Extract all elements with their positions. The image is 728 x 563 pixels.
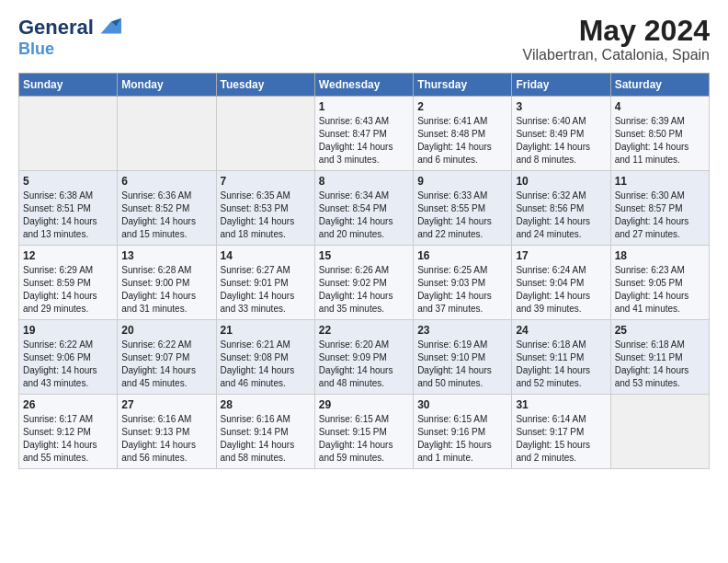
logo-blue-text: Blue xyxy=(18,40,121,57)
day-cell: 4Sunrise: 6:39 AM Sunset: 8:50 PM Daylig… xyxy=(610,97,709,171)
title-block: May 2024 Vilabertran, Catalonia, Spain xyxy=(523,15,710,63)
day-cell: 2Sunrise: 6:41 AM Sunset: 8:48 PM Daylig… xyxy=(414,97,512,171)
day-info: Sunrise: 6:23 AM Sunset: 9:05 PM Dayligh… xyxy=(615,264,705,316)
page: General Blue May 2024 Vilabertran, Catal… xyxy=(0,0,728,484)
day-cell xyxy=(19,97,118,171)
day-number: 13 xyxy=(121,249,211,262)
day-cell: 9Sunrise: 6:33 AM Sunset: 8:55 PM Daylig… xyxy=(414,171,512,246)
day-number: 21 xyxy=(221,324,311,337)
day-number: 16 xyxy=(417,249,507,262)
day-info: Sunrise: 6:21 AM Sunset: 9:08 PM Dayligh… xyxy=(221,339,311,390)
day-cell: 27Sunrise: 6:16 AM Sunset: 9:13 PM Dayli… xyxy=(118,395,216,469)
day-number: 22 xyxy=(319,324,409,337)
week-row-5: 26Sunrise: 6:17 AM Sunset: 9:12 PM Dayli… xyxy=(19,395,710,469)
day-cell: 12Sunrise: 6:29 AM Sunset: 8:59 PM Dayli… xyxy=(19,246,118,320)
column-header-saturday: Saturday xyxy=(610,74,709,97)
day-info: Sunrise: 6:39 AM Sunset: 8:50 PM Dayligh… xyxy=(615,115,705,167)
day-cell: 23Sunrise: 6:19 AM Sunset: 9:10 PM Dayli… xyxy=(414,320,512,395)
logo: General Blue xyxy=(18,15,121,57)
column-header-monday: Monday xyxy=(118,74,216,97)
day-number: 5 xyxy=(23,175,113,188)
day-number: 18 xyxy=(615,249,705,262)
day-number: 7 xyxy=(221,175,311,188)
header-row: SundayMondayTuesdayWednesdayThursdayFrid… xyxy=(19,74,710,97)
calendar-table: SundayMondayTuesdayWednesdayThursdayFrid… xyxy=(18,73,710,469)
day-info: Sunrise: 6:20 AM Sunset: 9:09 PM Dayligh… xyxy=(319,339,409,390)
day-info: Sunrise: 6:28 AM Sunset: 9:00 PM Dayligh… xyxy=(121,264,211,316)
day-number: 1 xyxy=(319,100,409,113)
day-cell: 13Sunrise: 6:28 AM Sunset: 9:00 PM Dayli… xyxy=(118,246,216,320)
day-cell xyxy=(216,97,314,171)
calendar-title: May 2024 xyxy=(523,15,710,47)
day-cell: 29Sunrise: 6:15 AM Sunset: 9:15 PM Dayli… xyxy=(314,395,413,469)
day-number: 24 xyxy=(516,324,606,337)
day-number: 17 xyxy=(516,249,606,262)
column-header-sunday: Sunday xyxy=(19,74,118,97)
day-info: Sunrise: 6:18 AM Sunset: 9:11 PM Dayligh… xyxy=(615,339,705,390)
day-cell: 19Sunrise: 6:22 AM Sunset: 9:06 PM Dayli… xyxy=(19,320,118,395)
logo-text: General xyxy=(18,17,94,38)
day-number: 12 xyxy=(23,249,113,262)
day-cell xyxy=(610,395,709,469)
day-cell: 11Sunrise: 6:30 AM Sunset: 8:57 PM Dayli… xyxy=(610,171,709,246)
day-info: Sunrise: 6:25 AM Sunset: 9:03 PM Dayligh… xyxy=(417,264,507,316)
day-cell: 14Sunrise: 6:27 AM Sunset: 9:01 PM Dayli… xyxy=(216,246,314,320)
day-cell: 22Sunrise: 6:20 AM Sunset: 9:09 PM Dayli… xyxy=(314,320,413,395)
day-cell: 17Sunrise: 6:24 AM Sunset: 9:04 PM Dayli… xyxy=(512,246,610,320)
day-info: Sunrise: 6:15 AM Sunset: 9:15 PM Dayligh… xyxy=(319,413,409,465)
day-cell: 15Sunrise: 6:26 AM Sunset: 9:02 PM Dayli… xyxy=(314,246,413,320)
calendar-subtitle: Vilabertran, Catalonia, Spain xyxy=(523,47,710,63)
day-number: 2 xyxy=(417,100,507,113)
day-number: 28 xyxy=(221,398,311,411)
column-header-tuesday: Tuesday xyxy=(216,74,314,97)
day-cell: 20Sunrise: 6:22 AM Sunset: 9:07 PM Dayli… xyxy=(118,320,216,395)
day-number: 3 xyxy=(516,100,606,113)
day-info: Sunrise: 6:16 AM Sunset: 9:14 PM Dayligh… xyxy=(221,413,311,465)
header: General Blue May 2024 Vilabertran, Catal… xyxy=(18,15,710,63)
day-number: 8 xyxy=(319,175,409,188)
day-info: Sunrise: 6:43 AM Sunset: 8:47 PM Dayligh… xyxy=(319,115,409,167)
day-info: Sunrise: 6:24 AM Sunset: 9:04 PM Dayligh… xyxy=(516,264,606,316)
week-row-2: 5Sunrise: 6:38 AM Sunset: 8:51 PM Daylig… xyxy=(19,171,710,246)
day-info: Sunrise: 6:16 AM Sunset: 9:13 PM Dayligh… xyxy=(121,413,211,465)
day-cell: 18Sunrise: 6:23 AM Sunset: 9:05 PM Dayli… xyxy=(610,246,709,320)
column-header-wednesday: Wednesday xyxy=(314,74,413,97)
day-cell: 10Sunrise: 6:32 AM Sunset: 8:56 PM Dayli… xyxy=(512,171,610,246)
day-info: Sunrise: 6:26 AM Sunset: 9:02 PM Dayligh… xyxy=(319,264,409,316)
day-number: 15 xyxy=(319,249,409,262)
day-cell: 25Sunrise: 6:18 AM Sunset: 9:11 PM Dayli… xyxy=(610,320,709,395)
day-info: Sunrise: 6:41 AM Sunset: 8:48 PM Dayligh… xyxy=(417,115,507,167)
day-number: 31 xyxy=(516,398,606,411)
column-header-friday: Friday xyxy=(512,74,610,97)
logo-icon xyxy=(96,15,121,40)
day-cell: 3Sunrise: 6:40 AM Sunset: 8:49 PM Daylig… xyxy=(512,97,610,171)
day-info: Sunrise: 6:18 AM Sunset: 9:11 PM Dayligh… xyxy=(516,339,606,390)
day-cell: 1Sunrise: 6:43 AM Sunset: 8:47 PM Daylig… xyxy=(314,97,413,171)
day-number: 26 xyxy=(23,398,113,411)
day-info: Sunrise: 6:30 AM Sunset: 8:57 PM Dayligh… xyxy=(615,190,705,241)
day-info: Sunrise: 6:33 AM Sunset: 8:55 PM Dayligh… xyxy=(417,190,507,241)
day-cell: 31Sunrise: 6:14 AM Sunset: 9:17 PM Dayli… xyxy=(512,395,610,469)
day-info: Sunrise: 6:36 AM Sunset: 8:52 PM Dayligh… xyxy=(121,190,211,241)
day-info: Sunrise: 6:19 AM Sunset: 9:10 PM Dayligh… xyxy=(417,339,507,390)
day-cell: 26Sunrise: 6:17 AM Sunset: 9:12 PM Dayli… xyxy=(19,395,118,469)
day-number: 25 xyxy=(615,324,705,337)
day-info: Sunrise: 6:32 AM Sunset: 8:56 PM Dayligh… xyxy=(516,190,606,241)
day-number: 23 xyxy=(417,324,507,337)
day-cell: 30Sunrise: 6:15 AM Sunset: 9:16 PM Dayli… xyxy=(414,395,512,469)
day-info: Sunrise: 6:17 AM Sunset: 9:12 PM Dayligh… xyxy=(23,413,113,465)
day-cell: 24Sunrise: 6:18 AM Sunset: 9:11 PM Dayli… xyxy=(512,320,610,395)
day-number: 4 xyxy=(615,100,705,113)
day-info: Sunrise: 6:29 AM Sunset: 8:59 PM Dayligh… xyxy=(23,264,113,316)
day-cell: 5Sunrise: 6:38 AM Sunset: 8:51 PM Daylig… xyxy=(19,171,118,246)
day-info: Sunrise: 6:27 AM Sunset: 9:01 PM Dayligh… xyxy=(221,264,311,316)
day-cell: 28Sunrise: 6:16 AM Sunset: 9:14 PM Dayli… xyxy=(216,395,314,469)
day-cell: 8Sunrise: 6:34 AM Sunset: 8:54 PM Daylig… xyxy=(314,171,413,246)
day-number: 20 xyxy=(121,324,211,337)
day-info: Sunrise: 6:40 AM Sunset: 8:49 PM Dayligh… xyxy=(516,115,606,167)
week-row-4: 19Sunrise: 6:22 AM Sunset: 9:06 PM Dayli… xyxy=(19,320,710,395)
day-number: 30 xyxy=(417,398,507,411)
day-number: 29 xyxy=(319,398,409,411)
day-info: Sunrise: 6:15 AM Sunset: 9:16 PM Dayligh… xyxy=(417,413,507,465)
week-row-1: 1Sunrise: 6:43 AM Sunset: 8:47 PM Daylig… xyxy=(19,97,710,171)
